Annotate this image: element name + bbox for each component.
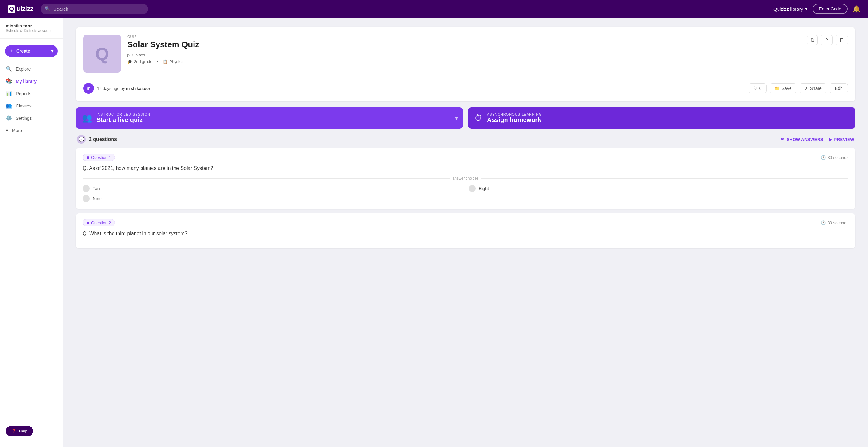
question-card-1-header: Question 1 🕐 30 seconds — [83, 154, 848, 161]
live-icon: 👥 — [82, 113, 92, 123]
clock-2-icon: 🕐 — [821, 220, 826, 225]
sidebar-item-my-library[interactable]: 📚 My library — [0, 75, 63, 87]
quiz-meta: ▷ 2 plays — [127, 53, 801, 57]
sidebar-item-classes-label: Classes — [16, 103, 32, 109]
choice-circle-icon — [469, 185, 475, 192]
sidebar-item-my-library-label: My library — [16, 79, 37, 84]
logo-text: uizizz — [17, 5, 33, 13]
chevron-down-icon: ▾ — [805, 6, 807, 12]
nav-right: Quizizz library ▾ Enter Code 🔔 — [773, 4, 861, 14]
choice-1-3: Nine — [83, 195, 462, 202]
save-button[interactable]: 📁 Save — [770, 83, 797, 93]
preview-button[interactable]: ▶ PREVIEW — [829, 137, 854, 142]
choice-1-3-text: Nine — [93, 196, 102, 201]
sidebar-item-more-label: More — [12, 128, 22, 133]
library-selector[interactable]: Quizizz library ▾ — [773, 6, 807, 12]
question-1-badge: Question 1 — [83, 154, 115, 161]
preview-label: PREVIEW — [834, 137, 854, 142]
question-2-text: Q. What is the third planet in our solar… — [83, 231, 848, 236]
quiz-meta-2: 🎓 2nd grade • 📋 Physics — [127, 59, 801, 64]
question-2-num: Question 2 — [91, 220, 111, 225]
author-ago: 12 days ago by — [97, 86, 125, 91]
create-label: Create — [17, 49, 30, 54]
plus-icon: ＋ — [9, 48, 14, 54]
help-label: Help — [19, 429, 27, 434]
q-dot-2-icon — [87, 221, 89, 224]
quiz-card-top: Q QUIZ Solar System Quiz ▷ 2 plays 🎓 — [83, 35, 848, 72]
layout: mishika toor Schools & Districts account… — [0, 18, 868, 447]
eye-icon: 👁 — [781, 137, 785, 142]
subject-icon: 📋 — [163, 59, 168, 64]
question-2-badge: Question 2 — [83, 219, 115, 226]
action-banners: 👥 INSTRUCTOR-LED SESSION Start a live qu… — [75, 108, 856, 129]
questions-header: 💬 2 questions 👁 SHOW ANSWERS ▶ PREVIEW — [75, 135, 856, 144]
question-card-2: Question 2 🕐 30 seconds Q. What is the t… — [75, 213, 856, 248]
question-1-num: Question 1 — [91, 155, 111, 160]
hw-info: ASYNCHRONOUS LEARNING Assign homework — [487, 113, 542, 124]
classes-icon: 👥 — [6, 103, 12, 109]
quiz-subject: 📋 Physics — [163, 59, 183, 64]
sidebar-item-explore[interactable]: 🔍 Explore — [0, 63, 63, 75]
sidebar-item-classes[interactable]: 👥 Classes — [0, 99, 63, 112]
q-dot-icon — [87, 156, 89, 159]
preview-play-icon: ▶ — [829, 137, 832, 142]
sidebar-item-more[interactable]: ▾ More — [0, 124, 63, 137]
quiz-badge: QUIZ — [127, 35, 801, 38]
quiz-card-bottom: m 12 days ago by mishika toor ♡ 0 📁 Save — [83, 78, 848, 94]
grade-icon: 🎓 — [127, 59, 132, 64]
delete-button[interactable]: 🗑 — [836, 35, 848, 46]
logo-q-letter: Q — [7, 5, 16, 13]
grade-label: 2nd grade — [134, 59, 153, 64]
homework-banner[interactable]: ⏱ ASYNCHRONOUS LEARNING Assign homework — [468, 108, 856, 129]
sidebar-item-settings-label: Settings — [16, 116, 32, 121]
questions-actions: 👁 SHOW ANSWERS ▶ PREVIEW — [781, 137, 855, 142]
help-icon: ❓ — [11, 429, 17, 434]
question-1-text: Q. As of 2021, how many planets are in t… — [83, 166, 848, 171]
question-1-time: 🕐 30 seconds — [821, 155, 849, 160]
sidebar-item-reports[interactable]: 📊 Reports — [0, 87, 63, 99]
user-account: Schools & Districts account — [6, 28, 57, 33]
questions-count: 💬 2 questions — [77, 135, 117, 144]
choice-circle-icon — [83, 195, 90, 202]
logo: Q uizizz — [7, 5, 33, 13]
hw-title: Assign homework — [487, 116, 542, 124]
quiz-thumbnail: Q — [83, 35, 121, 72]
choice-1-2-text: Eight — [479, 186, 489, 191]
create-button[interactable]: ＋ Create ▾ — [5, 45, 58, 57]
search-input[interactable] — [41, 4, 148, 14]
copy-button[interactable]: ⧉ — [807, 35, 817, 46]
create-arrow-icon: ▾ — [51, 49, 53, 54]
reports-icon: 📊 — [6, 90, 12, 96]
time-2-value: 30 seconds — [828, 220, 849, 225]
help-button[interactable]: ❓ Help — [6, 426, 33, 436]
hw-icon: ⏱ — [474, 113, 483, 123]
enter-code-button[interactable]: Enter Code — [812, 4, 847, 14]
plays-count: 2 plays — [132, 53, 145, 57]
share-button[interactable]: ↗ Share — [800, 83, 827, 93]
share-icon: ↗ — [804, 86, 808, 91]
time-value: 30 seconds — [828, 155, 849, 160]
quiz-title: Solar System Quiz — [127, 40, 801, 50]
sidebar-item-settings[interactable]: ⚙️ Settings — [0, 112, 63, 124]
print-button[interactable]: 🖨 — [821, 35, 833, 46]
live-arrow-icon: ▾ — [455, 115, 458, 122]
choice-circle-icon — [83, 185, 90, 192]
search-wrapper: 🔍 — [41, 4, 148, 14]
like-count: 0 — [759, 86, 762, 91]
hw-label: ASYNCHRONOUS LEARNING — [487, 113, 542, 116]
explore-icon: 🔍 — [6, 66, 12, 72]
clock-icon: 🕐 — [821, 155, 826, 160]
save-label: Save — [782, 86, 792, 91]
show-answers-button[interactable]: 👁 SHOW ANSWERS — [781, 137, 824, 142]
main-content: Q QUIZ Solar System Quiz ▷ 2 plays 🎓 — [63, 18, 868, 447]
show-answers-label: SHOW ANSWERS — [787, 137, 823, 142]
answer-choices-label-1: answer choices — [83, 176, 848, 181]
like-button[interactable]: ♡ 0 — [748, 83, 767, 93]
choice-1-2: Eight — [469, 185, 848, 192]
notification-icon[interactable]: 🔔 — [852, 5, 861, 12]
avatar: m — [83, 83, 94, 94]
choice-1-1: Ten — [83, 185, 462, 192]
live-quiz-banner[interactable]: 👥 INSTRUCTOR-LED SESSION Start a live qu… — [75, 108, 463, 129]
edit-button[interactable]: Edit — [830, 83, 848, 93]
heart-icon: ♡ — [753, 86, 757, 91]
